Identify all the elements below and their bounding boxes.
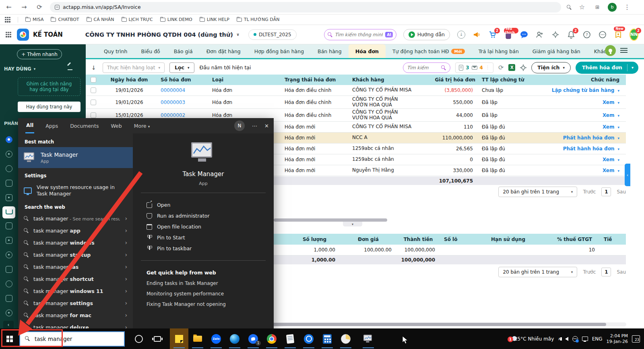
more-icon[interactable]: [598, 30, 607, 39]
detail-collapse-button[interactable]: ▾: [343, 222, 362, 226]
chat-icon[interactable]: [520, 30, 528, 39]
action-pin-to-start[interactable]: Pin to Start: [133, 232, 274, 243]
chrome-app[interactable]: [262, 328, 281, 349]
next-page[interactable]: Sau: [617, 189, 626, 195]
row-action-button[interactable]: Xem▾: [544, 112, 626, 119]
sidebar-person-icon[interactable]: [6, 165, 12, 172]
web-search-item[interactable]: task manager for mac›: [18, 309, 133, 321]
reload-icon[interactable]: ⟳: [35, 2, 44, 12]
col-so-hoa-don[interactable]: Số hóa đơn: [157, 77, 209, 83]
bookmark-folder[interactable]: LỊCH TRỰC: [122, 17, 153, 22]
language-indicator[interactable]: ENG: [592, 336, 603, 342]
col-thanh-tien[interactable]: Thành tiền: [396, 237, 440, 242]
col-don-gia[interactable]: Đơn giá: [340, 237, 396, 242]
row-action-button[interactable]: Xem▾: [544, 99, 626, 106]
megaphone-icon[interactable]: [473, 30, 481, 39]
sidebar-tools-icon[interactable]: [6, 251, 12, 258]
web-search-item[interactable]: task manager tas›: [18, 261, 133, 273]
web-search-item[interactable]: task manager settings›: [18, 297, 133, 309]
table-settings-icon[interactable]: [520, 64, 526, 71]
web-search-item[interactable]: task manager windows›: [18, 237, 133, 249]
address-bar[interactable]: actapp.misa.vn/app/SA/Invoice: [50, 2, 561, 12]
notification-center-icon[interactable]: 23: [632, 335, 640, 343]
col-gia-tri[interactable]: Giá trị hóa đơn: [417, 77, 479, 83]
favorite-app-icon[interactable]: Yêu thích: [504, 30, 513, 39]
sidebar-gift-icon[interactable]: [6, 280, 12, 287]
web-search-item[interactable]: task manager windows 11›: [18, 285, 133, 297]
close-icon[interactable]: ✕: [264, 123, 269, 129]
invoice-number-link[interactable]: 00000004: [157, 87, 209, 94]
col-tt-lap-chung-tu[interactable]: TT lập chứng từ: [479, 77, 544, 83]
add-invoice-button[interactable]: Thêm hóa đơn▾: [576, 62, 638, 74]
apps-grid-icon[interactable]: [5, 17, 10, 23]
utilities-button[interactable]: Tiện ích▾: [531, 62, 571, 73]
sidebar-home-icon[interactable]: [6, 237, 12, 244]
row-action-button[interactable]: Phát hành hóa đơn▾: [544, 134, 626, 141]
user-avatar[interactable]: NN2: [630, 30, 638, 39]
task-view-button[interactable]: [148, 328, 167, 349]
display-network-icon[interactable]: [582, 337, 588, 341]
cortana-button[interactable]: [130, 328, 148, 349]
web-search-item[interactable]: task manager app›: [18, 224, 133, 237]
document-counters[interactable]: 3 4 ⋮: [455, 62, 493, 73]
tab-settings-icon[interactable]: [620, 48, 627, 54]
sidebar-link-icon[interactable]: [6, 310, 12, 316]
tab-tra-lai-hang-ban[interactable]: Trả lại hàng bán: [472, 44, 526, 58]
sidebar-printer-icon[interactable]: [6, 266, 12, 273]
smart-search-input[interactable]: [335, 32, 383, 37]
side-panel-handle[interactable]: ‹: [625, 164, 630, 186]
tips-lightbulb-icon[interactable]: [605, 45, 616, 56]
table-search-input[interactable]: [407, 65, 439, 71]
company-selector[interactable]: CÔNG TY TNHH PHÒNG QTDH 004 (dùng thử)∨: [85, 31, 239, 38]
gear-icon[interactable]: [551, 30, 560, 39]
tab-bao-gia[interactable]: Báo giá: [167, 44, 200, 58]
row-action-button[interactable]: Lập chứng từ bán hàng▾: [544, 87, 626, 94]
sidebar-bank-icon[interactable]: [6, 180, 12, 187]
tab-giam-gia-hang-ban[interactable]: Giảm giá hàng bán: [526, 44, 587, 58]
prev-page[interactable]: Trước: [583, 189, 596, 195]
page-number[interactable]: 1: [601, 187, 611, 196]
invoice-number-link[interactable]: 00000003: [157, 99, 209, 106]
sidebar-chat-icon[interactable]: [6, 136, 12, 143]
sidebar-collapse-button[interactable]: ‹: [3, 321, 14, 329]
tab-tu-dong-hach-toan[interactable]: Tự động hạch toán HĐMới: [386, 44, 472, 58]
prev-page[interactable]: Trước: [583, 269, 596, 275]
smart-search[interactable]: AI: [324, 29, 396, 40]
bell-icon[interactable]: 2: [567, 30, 576, 39]
horizontal-scrollbar-thumb[interactable]: [274, 218, 387, 222]
sidebar-cycle-icon[interactable]: [6, 151, 12, 158]
extensions-icon[interactable]: ⊞: [592, 2, 602, 12]
row-checkbox[interactable]: [86, 87, 101, 93]
tab-apps[interactable]: Apps: [45, 119, 59, 133]
select-all-checkbox[interactable]: [86, 77, 101, 83]
web-search-item[interactable]: task manager shortcut›: [18, 273, 133, 285]
taskbar-search-box[interactable]: [19, 331, 125, 347]
calculator-app[interactable]: [318, 328, 336, 349]
tab-hop-dong-ban-hang[interactable]: Hợp đồng bán hàng: [248, 44, 311, 58]
refresh-icon[interactable]: ⟳: [498, 64, 504, 71]
page-size-select[interactable]: 20 bản ghi trên 1 trang▾: [498, 267, 577, 277]
col-trang-thai[interactable]: Trạng thái hóa đơn: [281, 77, 349, 83]
tab-don-dat-hang[interactable]: Đơn đặt hàng: [200, 44, 248, 58]
app-launcher-icon[interactable]: [6, 32, 11, 37]
action-pin-to-taskbar[interactable]: Pin to taskbar: [133, 243, 274, 254]
help-icon[interactable]: ?: [582, 30, 591, 39]
col-so-luong[interactable]: Số lượng: [289, 237, 340, 242]
sidebar-document-icon[interactable]: [6, 222, 12, 229]
quick-add-button[interactable]: +Thêm nhanh: [17, 49, 62, 59]
bookmark-folder[interactable]: TL HƯỚNG DẪN: [237, 17, 280, 22]
col-han-su-dung[interactable]: Hạn sử dụng: [467, 237, 549, 242]
cart-icon[interactable]: 2: [488, 30, 497, 39]
add-user-icon[interactable]: [535, 30, 544, 39]
clock[interactable]: 2:04 PM19-Jan-26: [606, 333, 628, 345]
best-match-task-manager[interactable]: Task ManagerApp: [18, 147, 133, 168]
start-button[interactable]: [0, 328, 19, 349]
row-action-button[interactable]: Xem▾: [544, 167, 626, 174]
use-page-button[interactable]: Hay dùng trang này: [18, 102, 80, 112]
row-action-button[interactable]: Xem▾: [544, 156, 626, 163]
sidebar-box-icon[interactable]: [6, 194, 12, 201]
bookmark-star-icon[interactable]: ☆: [577, 2, 587, 12]
favorites-section-label[interactable]: HAY DÙNG▾: [4, 66, 35, 72]
export-excel-icon[interactable]: X: [508, 64, 515, 71]
tab-ban-hang[interactable]: Bán hàng: [311, 44, 349, 58]
